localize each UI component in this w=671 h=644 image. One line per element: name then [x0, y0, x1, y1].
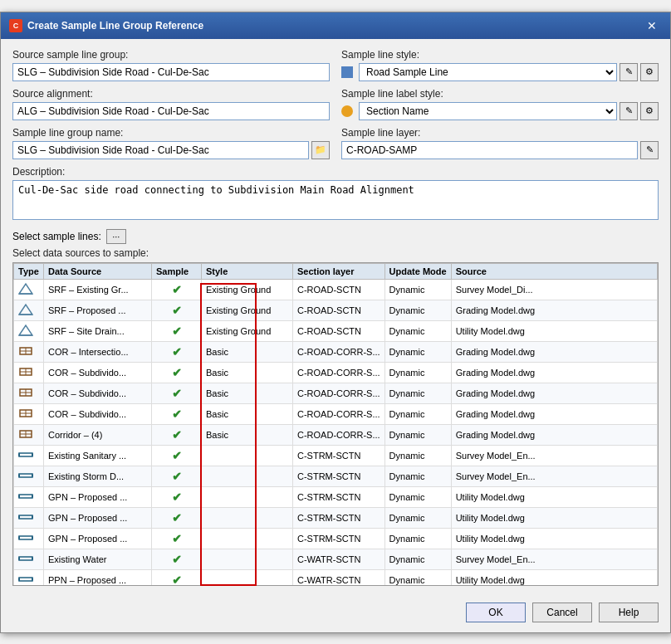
cell-type	[14, 466, 44, 486]
col-header-updatemode[interactable]: Update Mode	[384, 263, 451, 279]
cell-sample[interactable]: ✔	[152, 549, 202, 569]
sample-line-label-style-select[interactable]: Section Name	[359, 102, 617, 120]
svg-point-41	[32, 578, 33, 581]
table-row[interactable]: Existing Water✔C-WATR-SCTNDynamicSurvey …	[14, 549, 658, 569]
check-icon: ✔	[172, 387, 182, 400]
svg-rect-36	[19, 557, 32, 560]
table-row[interactable]: Existing Storm D...✔C-STRM-SCTNDynamicSu…	[14, 466, 658, 486]
col-header-type: Type	[14, 263, 44, 279]
cell-sample[interactable]: ✔	[152, 466, 202, 486]
sample-style-config-btn[interactable]: ⚙	[640, 63, 659, 81]
select-data-sources-label: Select data sources to sample:	[12, 247, 659, 259]
sample-line-group-name-input[interactable]	[12, 141, 309, 159]
sample-style-edit-btn[interactable]: ✎	[620, 63, 638, 81]
cell-style	[202, 528, 293, 549]
table-row[interactable]: Corridor – (4)✔BasicC-ROAD-CORR-S...Dyna…	[14, 424, 658, 445]
cell-sample[interactable]: ✔	[152, 507, 202, 528]
cell-data-source: Existing Water	[44, 549, 152, 569]
ok-button[interactable]: OK	[466, 603, 526, 622]
svg-rect-33	[19, 536, 32, 539]
cell-sample[interactable]: ✔	[152, 445, 202, 466]
layer-edit-btn[interactable]: ✎	[640, 141, 659, 159]
cell-source: Survey Model_Di...	[451, 279, 657, 300]
cell-source: Survey Model_En...	[451, 549, 657, 569]
source-alignment-input[interactable]	[12, 102, 330, 120]
table-row[interactable]: GPN – Proposed ...✔C-STRM-SCTNDynamicUti…	[14, 486, 658, 507]
label-style-edit-btn[interactable]: ✎	[620, 102, 638, 120]
label-style-config-btn[interactable]: ⚙	[640, 102, 659, 120]
col-header-style[interactable]: Style	[202, 263, 293, 279]
cell-data-source: COR – Subdivido...	[44, 383, 152, 403]
table-row[interactable]: PPN – Proposed ...✔C-WATR-SCTNDynamicUti…	[14, 569, 658, 586]
table-row[interactable]: COR – Intersectio...✔BasicC-ROAD-CORR-S.…	[14, 341, 658, 362]
dialog-footer: OK Cancel Help	[1, 596, 670, 632]
table-row[interactable]: COR – Subdivido...✔BasicC-ROAD-CORR-S...…	[14, 383, 658, 403]
title-bar: C Create Sample Line Group Reference ✕	[1, 12, 670, 39]
table-row[interactable]: COR – Subdivido...✔BasicC-ROAD-CORR-S...…	[14, 362, 658, 383]
data-sources-table: Type Data Source Sample Style Section la…	[13, 263, 658, 586]
group-name-folder-btn[interactable]: 📁	[311, 141, 330, 159]
select-sample-lines-btn[interactable]: ···	[106, 229, 126, 244]
check-icon: ✔	[172, 428, 182, 442]
cell-style: Basic	[202, 383, 293, 403]
sample-line-layer-input[interactable]	[341, 141, 638, 159]
description-textarea[interactable]	[12, 180, 659, 220]
source-group-label: Source sample line group:	[12, 49, 330, 61]
cell-update-mode: Dynamic	[384, 528, 451, 549]
cancel-button[interactable]: Cancel	[532, 603, 592, 622]
cell-source: Survey Model_En...	[451, 466, 657, 486]
svg-point-23	[32, 453, 33, 456]
table-row[interactable]: GPN – Proposed ...✔C-STRM-SCTNDynamicUti…	[14, 507, 658, 528]
cell-type	[14, 445, 44, 466]
cell-sample[interactable]: ✔	[152, 341, 202, 362]
table-row[interactable]: COR – Subdivido...✔BasicC-ROAD-CORR-S...…	[14, 403, 658, 424]
table-row[interactable]: SRF – Existing Gr...✔Existing GroundC-RO…	[14, 279, 658, 300]
cell-section-layer: C-WATR-SCTN	[293, 549, 385, 569]
check-icon: ✔	[172, 324, 182, 338]
col-header-datasource[interactable]: Data Source	[44, 263, 152, 279]
cell-style: Basic	[202, 341, 293, 362]
help-button[interactable]: Help	[599, 603, 659, 622]
cell-section-layer: C-STRM-SCTN	[293, 507, 385, 528]
cell-source: Utility Model.dwg	[451, 320, 657, 341]
cell-section-layer: C-ROAD-CORR-S...	[293, 403, 385, 424]
table-row[interactable]: SRF – Site Drain...✔Existing GroundC-ROA…	[14, 320, 658, 341]
cell-sample[interactable]: ✔	[152, 403, 202, 424]
cell-data-source: Existing Sanitary ...	[44, 445, 152, 466]
table-row[interactable]: Existing Sanitary ...✔C-STRM-SCTNDynamic…	[14, 445, 658, 466]
close-button[interactable]: ✕	[642, 17, 662, 34]
cell-sample[interactable]: ✔	[152, 569, 202, 586]
app-icon: C	[9, 19, 22, 32]
cell-sample[interactable]: ✔	[152, 528, 202, 549]
col-header-sample[interactable]: Sample	[152, 263, 202, 279]
cell-style: Basic	[202, 362, 293, 383]
cell-sample[interactable]: ✔	[152, 383, 202, 403]
cell-update-mode: Dynamic	[384, 383, 451, 403]
cell-sample[interactable]: ✔	[152, 362, 202, 383]
svg-point-35	[32, 536, 33, 539]
cell-type	[14, 341, 44, 362]
cell-update-mode: Dynamic	[384, 466, 451, 486]
cell-sample[interactable]: ✔	[152, 486, 202, 507]
col-header-source[interactable]: Source	[451, 263, 657, 279]
table-row[interactable]: SRF – Proposed ...✔Existing GroundC-ROAD…	[14, 300, 658, 320]
col-header-sectionlayer[interactable]: Section layer	[293, 263, 385, 279]
check-icon: ✔	[172, 449, 182, 462]
table-row[interactable]: GPN – Proposed ...✔C-STRM-SCTNDynamicUti…	[14, 528, 658, 549]
sample-line-style-select[interactable]: Road Sample Line	[359, 63, 617, 81]
source-group-input[interactable]	[12, 63, 330, 81]
svg-rect-21	[19, 453, 32, 456]
check-icon: ✔	[172, 532, 182, 545]
data-sources-table-container[interactable]: Type Data Source Sample Style Section la…	[12, 262, 659, 586]
cell-sample[interactable]: ✔	[152, 279, 202, 300]
cell-style	[202, 569, 293, 586]
cell-data-source: SRF – Site Drain...	[44, 320, 152, 341]
cell-sample[interactable]: ✔	[152, 424, 202, 445]
cell-sample[interactable]: ✔	[152, 300, 202, 320]
cell-sample[interactable]: ✔	[152, 320, 202, 341]
cell-source: Utility Model.dwg	[451, 486, 657, 507]
svg-rect-24	[19, 474, 32, 477]
dialog-title: Create Sample Line Group Reference	[27, 20, 203, 32]
cell-type	[14, 507, 44, 528]
cell-source: Utility Model.dwg	[451, 507, 657, 528]
